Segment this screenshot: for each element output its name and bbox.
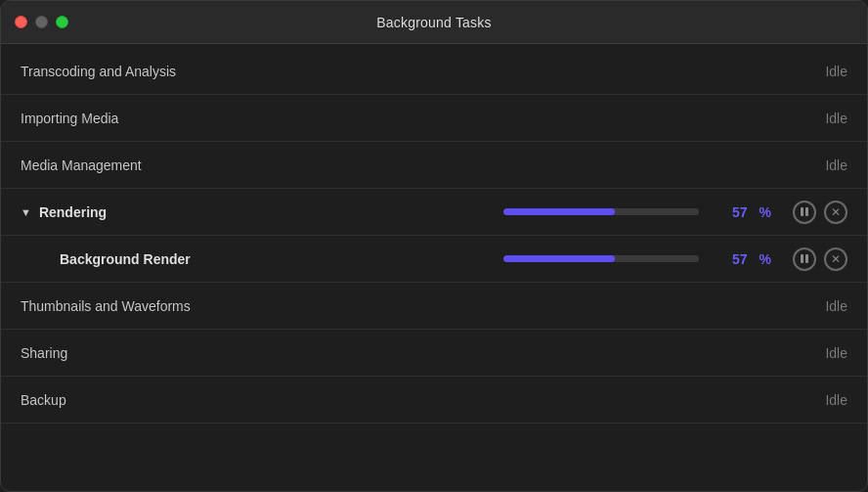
- cancel-button[interactable]: ✕: [824, 201, 847, 224]
- task-name: Importing Media: [21, 111, 118, 126]
- task-row: ▼ Rendering 57 % ✕: [1, 189, 867, 236]
- titlebar: Background Tasks: [1, 1, 867, 44]
- maximize-button[interactable]: [56, 16, 68, 28]
- task-status: Idle: [825, 392, 847, 408]
- task-label: Background Render: [60, 251, 275, 267]
- cancel-button[interactable]: ✕: [824, 247, 847, 271]
- task-name: Sharing: [21, 345, 67, 361]
- task-name: Media Management: [21, 157, 142, 173]
- task-row: Sharing Idle: [1, 330, 867, 377]
- task-progress-area: 57 % ✕: [503, 201, 847, 224]
- task-name: Transcoding and Analysis: [21, 64, 176, 79]
- task-row: Transcoding and Analysis Idle: [1, 48, 867, 95]
- close-icon: ✕: [831, 253, 841, 265]
- task-status: Idle: [825, 345, 847, 361]
- task-controls: ✕: [793, 247, 847, 271]
- progress-percent: 57: [711, 204, 748, 220]
- task-label: Importing Media: [21, 111, 236, 126]
- task-status: Idle: [825, 64, 847, 79]
- pause-icon: [801, 254, 808, 263]
- progress-bar-fill: [503, 255, 615, 262]
- task-label: ▼ Rendering: [21, 204, 236, 220]
- task-status: Idle: [825, 157, 847, 173]
- traffic-lights: [15, 16, 68, 28]
- background-tasks-window: Background Tasks Transcoding and Analysi…: [0, 0, 868, 492]
- close-button[interactable]: [15, 16, 27, 28]
- progress-percent: 57: [711, 251, 748, 267]
- task-controls: ✕: [793, 201, 847, 224]
- task-row: Importing Media Idle: [1, 95, 867, 142]
- task-status: Idle: [825, 111, 847, 126]
- task-name: Rendering: [39, 204, 107, 220]
- task-name: Backup: [21, 392, 66, 408]
- task-label: Thumbnails and Waveforms: [21, 298, 236, 314]
- progress-bar-container: [503, 208, 699, 215]
- task-label: Sharing: [21, 345, 236, 361]
- task-list: Transcoding and Analysis Idle Importing …: [1, 44, 867, 491]
- task-row: Thumbnails and Waveforms Idle: [1, 283, 867, 330]
- progress-bar-container: [503, 255, 699, 262]
- pause-button[interactable]: [793, 201, 816, 224]
- task-name: Background Render: [60, 251, 191, 267]
- close-icon: ✕: [831, 206, 841, 218]
- task-label: Media Management: [21, 157, 236, 173]
- task-progress-area: 57 % ✕: [503, 247, 847, 271]
- progress-bar-fill: [503, 208, 615, 215]
- task-row: Background Render 57 % ✕: [1, 236, 867, 283]
- task-name: Thumbnails and Waveforms: [21, 298, 191, 314]
- task-row: Backup Idle: [1, 377, 867, 424]
- minimize-button[interactable]: [35, 16, 48, 28]
- chevron-down-icon[interactable]: ▼: [21, 206, 31, 218]
- task-label: Backup: [21, 392, 236, 408]
- pause-icon: [801, 207, 808, 216]
- pause-button[interactable]: [793, 247, 816, 271]
- window-title: Background Tasks: [376, 15, 491, 30]
- task-label: Transcoding and Analysis: [21, 64, 236, 79]
- task-status: Idle: [825, 298, 847, 314]
- task-row: Media Management Idle: [1, 142, 867, 189]
